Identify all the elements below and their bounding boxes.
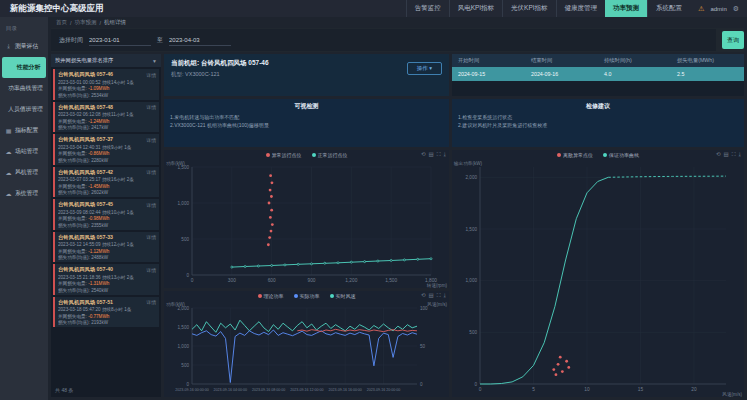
card-power: 损失功率(均值): 2540kW bbox=[58, 288, 156, 293]
legend-item[interactable]: 实际功率 bbox=[294, 293, 320, 299]
turbine-card[interactable]: 台铃风机四风场 057-37详情2023-03-04 12:40:31 持续9小… bbox=[53, 134, 159, 165]
end-date-input[interactable] bbox=[169, 34, 231, 46]
card-detail-link[interactable]: 详情 bbox=[146, 137, 156, 143]
legend-item[interactable]: 正常运行点位 bbox=[312, 152, 348, 158]
restore-icon[interactable]: ⟲ bbox=[716, 151, 721, 158]
data-view-icon[interactable]: ▤ bbox=[724, 151, 729, 158]
sidebar-item[interactable]: 功率曲线管理 bbox=[0, 78, 48, 99]
restore-icon[interactable]: ⟲ bbox=[421, 292, 426, 299]
nav-tab[interactable]: 光伏KPI指标 bbox=[502, 0, 555, 17]
card-detail-link[interactable]: 详情 bbox=[146, 234, 156, 240]
sort-select[interactable]: 按并网损失电量排名排序 ▼ bbox=[51, 54, 161, 67]
sidebar-item[interactable]: ☁场站管理 bbox=[0, 141, 48, 162]
svg-text:0: 0 bbox=[474, 382, 477, 387]
breadcrumb: 首页/功率预测/机组详情 bbox=[48, 17, 747, 28]
breadcrumb-part[interactable]: 功率预测 bbox=[75, 19, 97, 26]
svg-text:2023-09-16 20:00:00: 2023-09-16 20:00:00 bbox=[367, 388, 400, 392]
turbine-card[interactable]: 台铃风机四风场 057-46详情2023-03-01 00:00:52 持续14… bbox=[53, 69, 159, 100]
download-icon[interactable]: ⤓ bbox=[739, 151, 741, 158]
nav-tab[interactable]: 系统配置 bbox=[647, 0, 690, 17]
card-detail-link[interactable]: 详情 bbox=[146, 169, 156, 175]
legend-item[interactable]: 理论功率 bbox=[258, 293, 284, 299]
svg-text:功率(kW): 功率(kW) bbox=[166, 161, 185, 166]
nav-tab[interactable]: 告警监控 bbox=[406, 0, 449, 17]
sidebar-item[interactable]: 性能分析 bbox=[2, 57, 46, 78]
sidebar-item-label: 功率曲线管理 bbox=[8, 84, 43, 93]
search-button[interactable]: 查询 bbox=[722, 31, 744, 49]
visual-detect-line: 1.发电机转速与输出功率不匹配 bbox=[170, 114, 443, 120]
date-filter-label: 选择时间 bbox=[59, 36, 83, 45]
sidebar-item[interactable]: ☁系统管理 bbox=[0, 183, 48, 204]
legend-label: 理论功率 bbox=[264, 293, 284, 299]
turbine-card[interactable]: 台铃风机四风场 057-45详情2023-03-09 08:02:44 持续10… bbox=[53, 199, 159, 230]
card-detail-link[interactable]: 详情 bbox=[146, 299, 156, 305]
sidebar-item-label: 人员值班管理 bbox=[8, 105, 43, 114]
download-icon: ⤓ bbox=[5, 43, 12, 50]
turbine-card[interactable]: 台铃风机四风场 057-40详情2023-03-15 21:18:36 持续13… bbox=[53, 264, 159, 295]
chart-legend: 异常运行点位正常运行点位 bbox=[164, 152, 449, 158]
nav-tab[interactable]: 功率预测 bbox=[605, 0, 647, 17]
data-view-icon[interactable]: ▤ bbox=[429, 151, 434, 158]
svg-text:10: 10 bbox=[584, 387, 590, 392]
card-detail-link[interactable]: 详情 bbox=[146, 104, 156, 110]
svg-text:2023-09-16 16:00:00: 2023-09-16 16:00:00 bbox=[329, 388, 362, 392]
chart-toolbox: ⟲▤⛶⤓ bbox=[421, 151, 446, 158]
download-icon[interactable]: ⤓ bbox=[444, 292, 446, 299]
username[interactable]: admin bbox=[710, 6, 726, 12]
alarm-warning-icon[interactable]: ⚠ bbox=[698, 5, 704, 13]
download-icon[interactable]: ⤓ bbox=[444, 151, 446, 158]
svg-text:2023-09-16 08:00:00: 2023-09-16 08:00:00 bbox=[252, 388, 285, 392]
turbine-card[interactable]: 台铃风机四风场 057-51详情2023-03-18 05:47:20 持续8小… bbox=[53, 297, 159, 328]
chart-legend: 理论功率实际功率实时风速 bbox=[164, 293, 449, 299]
table-cell: 4.0 bbox=[598, 67, 671, 81]
legend-item[interactable]: 保证功率曲线 bbox=[603, 152, 639, 158]
svg-text:2,000: 2,000 bbox=[466, 175, 478, 180]
turbine-card[interactable]: 台铃风机四风场 057-33详情2023-03-12 14:55:09 持续12… bbox=[53, 232, 159, 263]
data-view-icon[interactable]: ▤ bbox=[429, 292, 434, 299]
table-header-row: 开始时间结束时间持续时间(h)损失电量(MWh) bbox=[452, 54, 744, 67]
table-row[interactable]: 2024-09-152024-09-164.02.5 bbox=[452, 67, 744, 81]
svg-text:输出功率(kW): 输出功率(kW) bbox=[453, 161, 483, 167]
chevron-down-icon: ▼ bbox=[152, 58, 157, 64]
legend-item[interactable]: 异常运行点位 bbox=[266, 152, 302, 158]
legend-item[interactable]: 离散异常点位 bbox=[557, 152, 593, 158]
gear-icon[interactable]: ⚙ bbox=[733, 5, 739, 13]
save-image-icon[interactable]: ⛶ bbox=[732, 151, 736, 158]
rpm-power-chart[interactable]: 异常运行点位正常运行点位⟲▤⛶⤓03006009001,2001,5001,80… bbox=[164, 150, 449, 288]
card-power: 损失功率(均值): 2488kW bbox=[58, 255, 156, 260]
turbine-card[interactable]: 台铃风机四风场 057-42详情2023-03-07 03:25:17 持续16… bbox=[53, 167, 159, 198]
app-root: 新能源集控中心高级应用 告警监控风电KPI指标光伏KPI指标健康度管理功率预测系… bbox=[0, 0, 747, 400]
svg-text:500: 500 bbox=[469, 330, 477, 335]
card-detail-link[interactable]: 详情 bbox=[146, 72, 156, 78]
nav-tab[interactable]: 健康度管理 bbox=[556, 0, 606, 17]
start-date-input[interactable] bbox=[89, 34, 151, 46]
sidebar-item[interactable]: 人员值班管理 bbox=[0, 99, 48, 120]
breadcrumb-part[interactable]: 机组详情 bbox=[104, 19, 126, 26]
list-count: 共 48 条 bbox=[51, 387, 161, 397]
card-loss: 并网损失电量: -1.45MWh bbox=[58, 184, 156, 189]
legend-item[interactable]: 实时风速 bbox=[330, 293, 356, 299]
svg-text:风速(m/s): 风速(m/s) bbox=[427, 302, 447, 307]
app-title: 新能源集控中心高级应用 bbox=[0, 3, 114, 15]
save-image-icon[interactable]: ⛶ bbox=[437, 151, 441, 158]
card-title: 台铃风机四风场 057-48 bbox=[58, 104, 146, 111]
sidebar-item-label: 性能分析 bbox=[17, 63, 40, 72]
wind-power-curve-chart[interactable]: 离散异常点位保证功率曲线⟲▤⛶⤓0510152005001,0001,5002,… bbox=[452, 150, 744, 397]
visual-detect-title: 可视检测 bbox=[170, 102, 443, 111]
sidebar-item[interactable]: ▦指标配置 bbox=[0, 120, 48, 141]
sidebar-item[interactable]: ☁风机管理 bbox=[0, 162, 48, 183]
card-title: 台铃风机四风场 057-46 bbox=[58, 71, 146, 78]
breadcrumb-part[interactable]: 首页 bbox=[56, 19, 67, 26]
card-detail-link[interactable]: 详情 bbox=[146, 202, 156, 208]
turbine-card[interactable]: 台铃风机四风场 057-48详情2023-03-02 06:12:08 持续11… bbox=[53, 102, 159, 133]
sidebar-item[interactable]: ⤓测量评估 bbox=[0, 36, 48, 57]
unit-name: 当前机组: 台铃风机四风场 057-46 bbox=[171, 59, 442, 68]
nav-tab[interactable]: 风电KPI指标 bbox=[449, 0, 502, 17]
card-detail-link[interactable]: 详情 bbox=[146, 267, 156, 273]
svg-text:功率(kW): 功率(kW) bbox=[166, 302, 185, 307]
restore-icon[interactable]: ⟲ bbox=[421, 151, 426, 158]
power-timeline-chart[interactable]: 理论功率实际功率实时风速⟲▤⛶⤓2023-09-16 00:00:002023-… bbox=[164, 291, 449, 397]
svg-text:1,500: 1,500 bbox=[385, 278, 397, 283]
save-image-icon[interactable]: ⛶ bbox=[437, 292, 441, 299]
unit-action-button[interactable]: 操作 ▾ bbox=[407, 62, 442, 75]
